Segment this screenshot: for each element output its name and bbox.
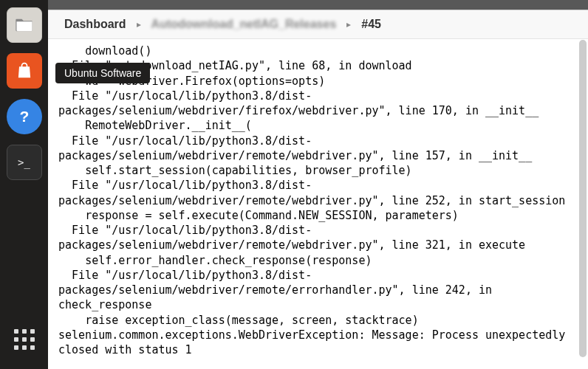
chevron-right-icon: ▸ [343, 19, 354, 30]
help-icon[interactable]: ? [7, 99, 42, 134]
scrollbar-vertical[interactable] [579, 40, 587, 357]
launcher-dock: ? >_ Ubuntu Software [0, 0, 48, 369]
show-applications-icon[interactable] [7, 322, 42, 357]
question-mark-icon: ? [14, 106, 35, 127]
ubuntu-software-icon[interactable] [7, 53, 42, 89]
terminal-icon[interactable]: >_ [7, 145, 42, 180]
folder-icon [14, 15, 35, 35]
breadcrumb-build[interactable]: #45 [357, 16, 386, 32]
breadcrumb: Dashboard ▸ Autodownload_netIAG_Releases… [48, 10, 588, 39]
browser-content: Dashboard ▸ Autodownload_netIAG_Releases… [48, 0, 588, 369]
breadcrumb-dashboard[interactable]: Dashboard [60, 16, 131, 32]
launcher-tooltip: Ubuntu Software [55, 63, 150, 83]
browser-tabs-bar[interactable] [48, 0, 588, 10]
chevron-right-icon: ▸ [134, 19, 144, 30]
files-icon[interactable] [7, 7, 42, 43]
console-output[interactable]: download() File "autodownload_netIAG.py"… [48, 39, 588, 369]
breadcrumb-job[interactable]: Autodownload_netIAG_Releases [147, 16, 341, 32]
svg-text:?: ? [19, 108, 29, 125]
shopping-bag-icon [14, 61, 35, 81]
terminal-prompt-icon: >_ [18, 156, 30, 168]
